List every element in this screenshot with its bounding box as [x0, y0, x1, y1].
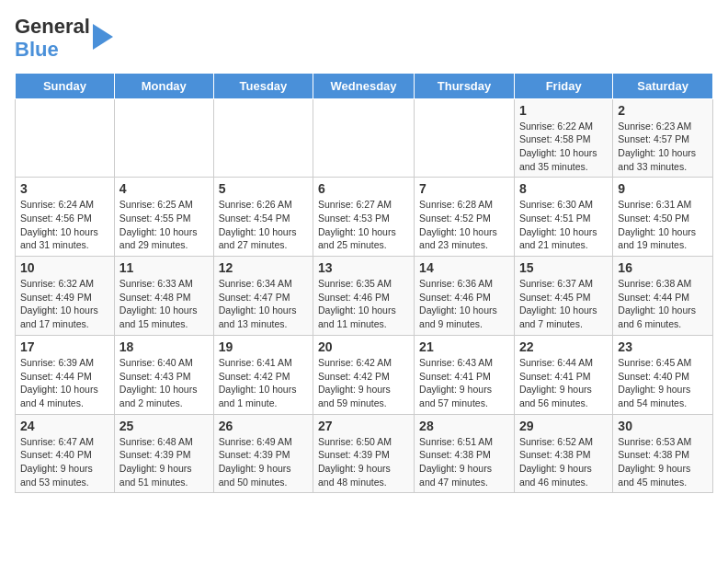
day-info: Sunrise: 6:47 AM Sunset: 4:40 PM Dayligh… [20, 435, 109, 489]
day-info: Sunrise: 6:50 AM Sunset: 4:39 PM Dayligh… [318, 435, 409, 489]
day-info: Sunrise: 6:42 AM Sunset: 4:42 PM Dayligh… [318, 356, 409, 410]
day-cell-1: 1Sunrise: 6:22 AM Sunset: 4:58 PM Daylig… [514, 98, 612, 178]
day-info: Sunrise: 6:53 AM Sunset: 4:38 PM Dayligh… [618, 435, 708, 489]
day-info: Sunrise: 6:27 AM Sunset: 4:53 PM Dayligh… [318, 198, 409, 252]
day-info: Sunrise: 6:22 AM Sunset: 4:58 PM Dayligh… [519, 120, 608, 174]
day-number: 28 [419, 419, 509, 433]
day-info: Sunrise: 6:43 AM Sunset: 4:41 PM Dayligh… [419, 356, 509, 410]
logo-blue: Blue [15, 38, 90, 61]
day-cell-23: 23Sunrise: 6:45 AM Sunset: 4:40 PM Dayli… [613, 335, 713, 414]
day-cell-14: 14Sunrise: 6:36 AM Sunset: 4:46 PM Dayli… [415, 257, 515, 336]
day-info: Sunrise: 6:51 AM Sunset: 4:38 PM Dayligh… [419, 435, 509, 489]
empty-cell [114, 98, 213, 178]
header-day-friday: Friday [514, 73, 612, 98]
day-info: Sunrise: 6:41 AM Sunset: 4:42 PM Dayligh… [219, 356, 308, 410]
svg-marker-0 [93, 24, 113, 50]
day-number: 4 [119, 181, 209, 196]
day-number: 9 [618, 181, 708, 196]
day-number: 7 [419, 181, 509, 196]
day-cell-18: 18Sunrise: 6:40 AM Sunset: 4:43 PM Dayli… [114, 335, 213, 414]
day-number: 24 [20, 419, 109, 433]
day-number: 18 [119, 339, 209, 354]
day-number: 16 [618, 260, 708, 275]
header-day-wednesday: Wednesday [313, 73, 415, 98]
day-number: 30 [618, 419, 708, 433]
empty-cell [415, 98, 515, 178]
day-cell-22: 22Sunrise: 6:44 AM Sunset: 4:41 PM Dayli… [514, 335, 612, 414]
day-cell-30: 30Sunrise: 6:53 AM Sunset: 4:38 PM Dayli… [613, 414, 713, 493]
day-info: Sunrise: 6:24 AM Sunset: 4:56 PM Dayligh… [20, 198, 109, 252]
day-number: 1 [519, 103, 608, 118]
day-info: Sunrise: 6:39 AM Sunset: 4:44 PM Dayligh… [20, 356, 109, 410]
day-number: 29 [519, 419, 608, 433]
day-info: Sunrise: 6:36 AM Sunset: 4:46 PM Dayligh… [419, 277, 509, 331]
week-row-2: 10Sunrise: 6:32 AM Sunset: 4:49 PM Dayli… [16, 257, 713, 336]
day-number: 5 [219, 181, 308, 196]
day-info: Sunrise: 6:25 AM Sunset: 4:55 PM Dayligh… [119, 198, 209, 252]
day-number: 22 [519, 339, 608, 354]
day-number: 10 [20, 260, 109, 275]
header-day-saturday: Saturday [613, 73, 713, 98]
day-cell-24: 24Sunrise: 6:47 AM Sunset: 4:40 PM Dayli… [16, 414, 115, 493]
day-cell-19: 19Sunrise: 6:41 AM Sunset: 4:42 PM Dayli… [213, 335, 313, 414]
day-info: Sunrise: 6:30 AM Sunset: 4:51 PM Dayligh… [519, 198, 608, 252]
day-cell-21: 21Sunrise: 6:43 AM Sunset: 4:41 PM Dayli… [415, 335, 515, 414]
header-day-sunday: Sunday [16, 73, 115, 98]
header-day-thursday: Thursday [415, 73, 515, 98]
day-number: 20 [318, 339, 409, 354]
day-cell-5: 5Sunrise: 6:26 AM Sunset: 4:54 PM Daylig… [213, 178, 313, 257]
day-cell-25: 25Sunrise: 6:48 AM Sunset: 4:39 PM Dayli… [114, 414, 213, 493]
day-info: Sunrise: 6:37 AM Sunset: 4:45 PM Dayligh… [519, 277, 608, 331]
day-number: 26 [219, 419, 308, 433]
day-info: Sunrise: 6:52 AM Sunset: 4:38 PM Dayligh… [519, 435, 608, 489]
day-info: Sunrise: 6:33 AM Sunset: 4:48 PM Dayligh… [119, 277, 209, 331]
day-cell-15: 15Sunrise: 6:37 AM Sunset: 4:45 PM Dayli… [514, 257, 612, 336]
day-number: 2 [618, 103, 708, 118]
day-number: 14 [419, 260, 509, 275]
day-number: 25 [119, 419, 209, 433]
logo-arrow-icon [93, 24, 113, 50]
day-info: Sunrise: 6:34 AM Sunset: 4:47 PM Dayligh… [219, 277, 308, 331]
day-cell-3: 3Sunrise: 6:24 AM Sunset: 4:56 PM Daylig… [16, 178, 115, 257]
header-day-monday: Monday [114, 73, 213, 98]
day-number: 27 [318, 419, 409, 433]
calendar-table: SundayMondayTuesdayWednesdayThursdayFrid… [15, 73, 713, 494]
day-cell-26: 26Sunrise: 6:49 AM Sunset: 4:39 PM Dayli… [213, 414, 313, 493]
empty-cell [213, 98, 313, 178]
empty-cell [16, 98, 115, 178]
day-cell-7: 7Sunrise: 6:28 AM Sunset: 4:52 PM Daylig… [415, 178, 515, 257]
day-number: 3 [20, 181, 109, 196]
page-container: General Blue SundayMondayTuesdayWednesda… [0, 0, 728, 508]
logo: General Blue [15, 15, 113, 62]
day-cell-2: 2Sunrise: 6:23 AM Sunset: 4:57 PM Daylig… [613, 98, 713, 178]
day-number: 12 [219, 260, 308, 275]
day-cell-29: 29Sunrise: 6:52 AM Sunset: 4:38 PM Dayli… [514, 414, 612, 493]
day-info: Sunrise: 6:32 AM Sunset: 4:49 PM Dayligh… [20, 277, 109, 331]
day-number: 17 [20, 339, 109, 354]
day-cell-6: 6Sunrise: 6:27 AM Sunset: 4:53 PM Daylig… [313, 178, 415, 257]
day-number: 8 [519, 181, 608, 196]
day-cell-16: 16Sunrise: 6:38 AM Sunset: 4:44 PM Dayli… [613, 257, 713, 336]
day-cell-17: 17Sunrise: 6:39 AM Sunset: 4:44 PM Dayli… [16, 335, 115, 414]
week-row-1: 3Sunrise: 6:24 AM Sunset: 4:56 PM Daylig… [16, 178, 713, 257]
day-number: 6 [318, 181, 409, 196]
day-number: 11 [119, 260, 209, 275]
day-number: 19 [219, 339, 308, 354]
day-info: Sunrise: 6:35 AM Sunset: 4:46 PM Dayligh… [318, 277, 409, 331]
week-row-0: 1Sunrise: 6:22 AM Sunset: 4:58 PM Daylig… [16, 98, 713, 178]
day-info: Sunrise: 6:23 AM Sunset: 4:57 PM Dayligh… [618, 120, 708, 174]
day-cell-11: 11Sunrise: 6:33 AM Sunset: 4:48 PM Dayli… [114, 257, 213, 336]
header-row: SundayMondayTuesdayWednesdayThursdayFrid… [16, 73, 713, 98]
day-cell-9: 9Sunrise: 6:31 AM Sunset: 4:50 PM Daylig… [613, 178, 713, 257]
day-info: Sunrise: 6:38 AM Sunset: 4:44 PM Dayligh… [618, 277, 708, 331]
day-cell-12: 12Sunrise: 6:34 AM Sunset: 4:47 PM Dayli… [213, 257, 313, 336]
day-number: 23 [618, 339, 708, 354]
day-info: Sunrise: 6:31 AM Sunset: 4:50 PM Dayligh… [618, 198, 708, 252]
week-row-4: 24Sunrise: 6:47 AM Sunset: 4:40 PM Dayli… [16, 414, 713, 493]
day-info: Sunrise: 6:49 AM Sunset: 4:39 PM Dayligh… [219, 435, 308, 489]
day-cell-13: 13Sunrise: 6:35 AM Sunset: 4:46 PM Dayli… [313, 257, 415, 336]
day-cell-28: 28Sunrise: 6:51 AM Sunset: 4:38 PM Dayli… [415, 414, 515, 493]
day-info: Sunrise: 6:44 AM Sunset: 4:41 PM Dayligh… [519, 356, 608, 410]
day-info: Sunrise: 6:45 AM Sunset: 4:40 PM Dayligh… [618, 356, 708, 410]
day-cell-8: 8Sunrise: 6:30 AM Sunset: 4:51 PM Daylig… [514, 178, 612, 257]
